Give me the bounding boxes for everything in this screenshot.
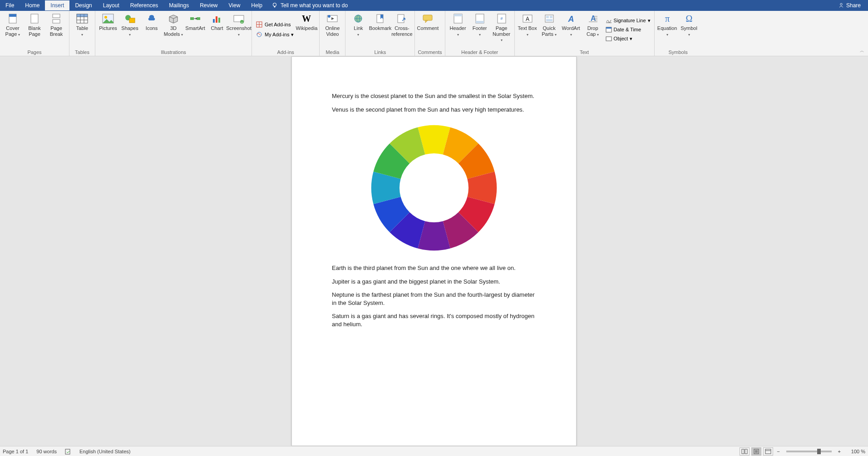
cover-page-button[interactable]: Cover Page ▾ (3, 12, 23, 37)
tab-insert[interactable]: Insert (45, 0, 69, 10)
paragraph[interactable]: Neptune is the farthest planet from the … (332, 291, 536, 307)
footer-button[interactable]: Footer▾ (470, 12, 490, 37)
zoom-slider[interactable] (786, 451, 832, 452)
svg-rect-55 (550, 16, 552, 18)
quickparts-icon (542, 13, 557, 25)
paragraph[interactable]: Venus is the second planet from the Sun … (332, 106, 536, 114)
bookmark-button[interactable]: Bookmark (370, 12, 390, 31)
group-label-media: Media (322, 49, 342, 56)
smartart-button[interactable]: SmartArt (185, 12, 205, 31)
zoom-in-button[interactable]: + (838, 449, 841, 454)
tab-layout[interactable]: Layout (98, 0, 125, 10)
paragraph[interactable]: Saturn is a gas giant and has several ri… (332, 312, 536, 328)
tab-review[interactable]: Review (194, 0, 223, 10)
status-words[interactable]: 90 words (36, 449, 57, 454)
ribbon-insert: Cover Page ▾ Blank Page Page Break Pages… (0, 11, 868, 56)
table-button[interactable]: Table▾ (72, 12, 92, 37)
page-break-button[interactable]: Page Break (46, 12, 66, 37)
pictures-button[interactable]: Pictures (98, 12, 118, 31)
table-icon (75, 13, 89, 25)
page-break-icon (49, 13, 64, 25)
share-icon (838, 2, 844, 9)
drop-cap-button[interactable]: A Drop Cap ▾ (583, 12, 603, 37)
svg-text:A: A (567, 15, 574, 24)
wordart-button[interactable]: A WordArt▾ (561, 12, 581, 37)
zoom-thumb[interactable] (817, 449, 821, 454)
web-layout-button[interactable] (763, 447, 773, 456)
svg-rect-24 (213, 19, 215, 23)
group-label-illustrations: Illustrations (98, 49, 249, 56)
tab-help[interactable]: Help (246, 0, 268, 10)
tab-mailings[interactable]: Mailings (163, 0, 194, 10)
my-addins-button[interactable]: My Add-ins ▾ (255, 30, 295, 39)
paragraph[interactable]: Earth is the third planet from the Sun a… (332, 264, 536, 272)
page-number-button[interactable]: # Page Number ▾ (492, 12, 512, 43)
svg-rect-69 (65, 449, 70, 454)
wikipedia-button[interactable]: W Wikipedia (296, 12, 316, 31)
svg-rect-70 (742, 449, 744, 454)
cover-page-icon (5, 13, 20, 25)
online-video-button[interactable]: Online Video (322, 12, 342, 37)
page-number-icon: # (494, 13, 509, 25)
status-spellcheck[interactable] (65, 448, 71, 455)
date-time-button[interactable]: Date & Time (605, 25, 651, 34)
smartart-icon (188, 13, 202, 25)
object-icon (606, 35, 612, 42)
tab-design[interactable]: Design (69, 0, 97, 10)
svg-rect-43 (423, 15, 432, 20)
shapes-button[interactable]: Shapes▾ (120, 12, 140, 37)
cross-reference-button[interactable]: Cross-reference (392, 12, 412, 37)
group-pages: Cover Page ▾ Blank Page Page Break Pages (0, 11, 69, 56)
zoom-level[interactable]: 100 % (847, 449, 865, 454)
status-bar: Page 1 of 1 90 words English (United Sta… (0, 446, 868, 456)
signature-line-button[interactable]: Signature Line ▾ (605, 16, 651, 25)
screenshot-button[interactable]: + Screenshot▾ (229, 12, 249, 37)
print-layout-icon (753, 449, 760, 454)
link-button[interactable]: Link▾ (348, 12, 368, 37)
blank-page-button[interactable]: Blank Page (25, 12, 44, 37)
icons-button[interactable]: Icons (142, 12, 162, 31)
comment-button[interactable]: Comment (418, 12, 438, 31)
chart-icon (210, 13, 224, 25)
object-button[interactable]: Object ▾ (605, 34, 651, 43)
header-button[interactable]: Header▾ (448, 12, 468, 37)
tab-view[interactable]: View (223, 0, 246, 10)
addins-icon (256, 31, 263, 38)
collapse-ribbon-button[interactable]: ︿ (860, 48, 864, 54)
svg-text:W: W (302, 14, 311, 24)
bookmark-icon (373, 13, 387, 25)
3d-models-button[interactable]: 3D Models ▾ (163, 12, 183, 37)
svg-point-15 (104, 16, 107, 19)
get-addins-button[interactable]: Get Add-ins (255, 20, 295, 29)
zoom-out-button[interactable]: − (777, 449, 779, 454)
blank-page-icon (27, 13, 42, 25)
tab-home[interactable]: Home (20, 0, 45, 10)
read-mode-button[interactable] (740, 447, 750, 456)
tell-me-search[interactable]: Tell me what you want to do (271, 2, 348, 9)
document-page[interactable]: Mercury is the closest planet to the Sun… (291, 56, 577, 446)
symbol-icon: Ω (682, 13, 696, 25)
symbol-button[interactable]: Ω Symbol▾ (679, 12, 699, 37)
share-button[interactable]: Share (838, 2, 861, 9)
status-page[interactable]: Page 1 of 1 (3, 449, 28, 454)
color-wheel-image[interactable] (365, 119, 503, 257)
quick-parts-button[interactable]: Quick Parts ▾ (539, 12, 559, 37)
status-language[interactable]: English (United States) (79, 449, 131, 454)
paragraph[interactable]: Mercury is the closest planet to the Sun… (332, 92, 536, 100)
svg-rect-4 (9, 14, 16, 17)
print-layout-button[interactable] (751, 447, 761, 456)
text-box-button[interactable]: A Text Box ▾ (518, 12, 538, 37)
tab-references[interactable]: References (125, 0, 163, 10)
comment-icon (420, 13, 435, 25)
equation-icon: π (660, 13, 675, 25)
tab-file[interactable]: File (0, 0, 20, 10)
document-workspace[interactable]: Mercury is the closest planet to the Sun… (0, 56, 868, 446)
svg-text:π: π (665, 14, 670, 24)
paragraph[interactable]: Jupiter is a gas giant and the biggest p… (332, 278, 536, 286)
crossref-icon (395, 13, 409, 25)
svg-rect-56 (546, 19, 552, 21)
chart-button[interactable]: Chart (207, 12, 227, 31)
svg-rect-5 (31, 14, 38, 23)
svg-rect-21 (197, 17, 200, 20)
equation-button[interactable]: π Equation▾ (657, 12, 677, 37)
